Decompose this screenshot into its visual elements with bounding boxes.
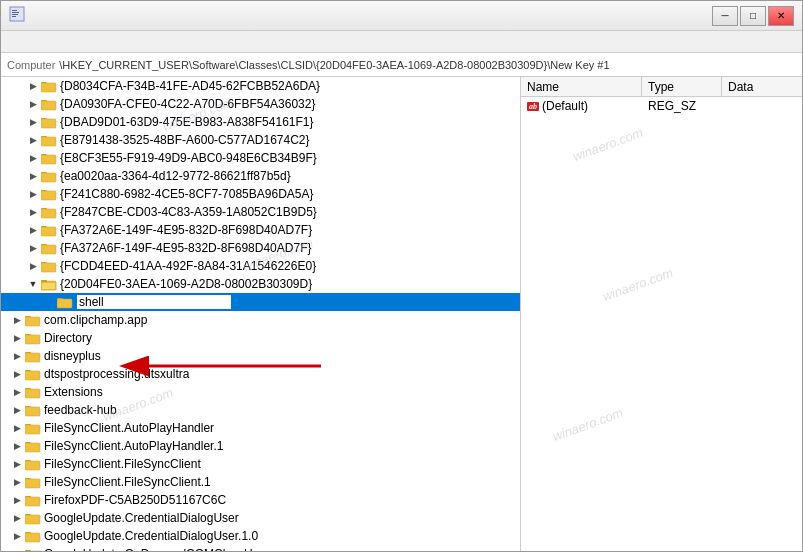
folder-icon bbox=[41, 169, 57, 183]
tree-item[interactable]: ▶ dtspostprocessing.dtsxultra bbox=[1, 365, 520, 383]
tree-label: {F2847CBE-CD03-4C83-A359-1A8052C1B9D5} bbox=[60, 205, 317, 219]
svg-rect-46 bbox=[25, 425, 40, 434]
tree-item[interactable]: ▶ {FA372A6E-149F-4E95-832D-8F698D40AD7F} bbox=[1, 221, 520, 239]
svg-rect-40 bbox=[25, 371, 40, 380]
tree-item[interactable]: ▶ {ea0020aa-3364-4d12-9772-86621ff87b5d} bbox=[1, 167, 520, 185]
tree-item[interactable]: ▶ {F241C880-6982-4CE5-8CF7-7085BA96DA5A} bbox=[1, 185, 520, 203]
expand-icon[interactable]: ▶ bbox=[9, 456, 25, 472]
expand-icon[interactable]: ▶ bbox=[25, 222, 41, 238]
tree-item[interactable]: ▶ GoogleUpdate.CredentialDialogUser bbox=[1, 509, 520, 527]
folder-icon bbox=[25, 331, 41, 345]
tree-label: Directory bbox=[44, 331, 92, 345]
value-type-icon: ab bbox=[527, 102, 539, 111]
tree-label: {DA0930FA-CFE0-4C22-A70D-6FBF54A36032} bbox=[60, 97, 315, 111]
expand-icon[interactable]: ▶ bbox=[9, 330, 25, 346]
folder-icon bbox=[25, 511, 41, 525]
expand-icon[interactable]: ▶ bbox=[25, 240, 41, 256]
svg-rect-18 bbox=[41, 191, 56, 200]
svg-rect-16 bbox=[41, 173, 56, 182]
tree-item[interactable]: ▶ {DBAD9D01-63D9-475E-B983-A838F54161F1} bbox=[1, 113, 520, 131]
menu-view[interactable] bbox=[41, 40, 57, 44]
tree-item[interactable]: ▶ {F2847CBE-CD03-4C83-A359-1A8052C1B9D5} bbox=[1, 203, 520, 221]
folder-icon bbox=[25, 403, 41, 417]
svg-rect-56 bbox=[25, 515, 40, 524]
folder-icon bbox=[25, 349, 41, 363]
expand-icon[interactable]: ▶ bbox=[9, 510, 25, 526]
expand-icon[interactable]: ▶ bbox=[9, 492, 25, 508]
expand-icon[interactable]: ▶ bbox=[9, 474, 25, 490]
expand-icon[interactable]: ▶ bbox=[9, 438, 25, 454]
menu-favorites[interactable] bbox=[59, 40, 75, 44]
expand-icon[interactable]: ▶ bbox=[25, 78, 41, 94]
expand-icon[interactable]: ▶ bbox=[9, 420, 25, 436]
menu-edit[interactable] bbox=[23, 40, 39, 44]
tree-item[interactable]: ▶ FileSyncClient.FileSyncClient bbox=[1, 455, 520, 473]
tree-item[interactable]: ▶ com.clipchamp.app bbox=[1, 311, 520, 329]
expand-icon[interactable]: ▶ bbox=[9, 384, 25, 400]
expand-icon[interactable]: ▶ bbox=[9, 546, 25, 551]
svg-rect-26 bbox=[41, 263, 56, 272]
svg-rect-3 bbox=[12, 14, 18, 15]
tree-item[interactable]: ▶ FileSyncClient.FileSyncClient.1 bbox=[1, 473, 520, 491]
folder-icon bbox=[41, 277, 57, 291]
expand-icon[interactable]: ▼ bbox=[25, 276, 41, 292]
tree-item[interactable]: ▶ Directory bbox=[1, 329, 520, 347]
tree-label: feedback-hub bbox=[44, 403, 117, 417]
minimize-button[interactable]: ─ bbox=[712, 6, 738, 26]
expand-icon[interactable]: ▶ bbox=[25, 258, 41, 274]
maximize-button[interactable]: □ bbox=[740, 6, 766, 26]
rename-input[interactable] bbox=[76, 294, 232, 310]
expand-icon[interactable]: ▶ bbox=[9, 348, 25, 364]
expand-icon[interactable]: ▶ bbox=[25, 96, 41, 112]
svg-rect-2 bbox=[12, 12, 19, 13]
expand-icon[interactable]: ▶ bbox=[9, 366, 25, 382]
tree-item[interactable]: ▶ FileSyncClient.AutoPlayHandler.1 bbox=[1, 437, 520, 455]
tree-item[interactable]: ▶ {FCDD4EED-41AA-492F-8A84-31A1546226E0} bbox=[1, 257, 520, 275]
tree-label: {E8791438-3525-48BF-A600-C577AD1674C2} bbox=[60, 133, 310, 147]
expand-icon[interactable]: ▶ bbox=[25, 150, 41, 166]
tree-item[interactable]: ▶ {D8034CFA-F34B-41FE-AD45-62FCBB52A6DA} bbox=[1, 77, 520, 95]
tree-item[interactable]: ▶ {E8791438-3525-48BF-A600-C577AD1674C2} bbox=[1, 131, 520, 149]
tree-item[interactable]: ▶ {FA372A6F-149F-4E95-832D-8F698D40AD7F} bbox=[1, 239, 520, 257]
expand-icon[interactable]: ▶ bbox=[25, 132, 41, 148]
tree-item[interactable]: ▶ GoogleUpdate.OnDemandCOMClassUser bbox=[1, 545, 520, 551]
tree-item[interactable]: ▶ Extensions bbox=[1, 383, 520, 401]
tree-item[interactable]: ▶ feedback-hub bbox=[1, 401, 520, 419]
folder-icon bbox=[25, 421, 41, 435]
col-data: Data bbox=[722, 77, 802, 96]
svg-rect-1 bbox=[12, 10, 17, 11]
expand-spacer bbox=[41, 294, 57, 310]
tree-item[interactable]: ▶ {DA0930FA-CFE0-4C22-A70D-6FBF54A36032} bbox=[1, 95, 520, 113]
window-icon bbox=[9, 6, 25, 25]
tree-item[interactable] bbox=[1, 293, 520, 311]
close-button[interactable]: ✕ bbox=[768, 6, 794, 26]
expand-icon[interactable]: ▶ bbox=[25, 204, 41, 220]
menu-help[interactable] bbox=[77, 40, 93, 44]
tree-item[interactable]: ▶ {E8CF3E55-F919-49D9-ABC0-948E6CB34B9F} bbox=[1, 149, 520, 167]
expand-icon[interactable]: ▶ bbox=[25, 114, 41, 130]
registry-value-row[interactable]: ab (Default) REG_SZ bbox=[521, 97, 802, 115]
col-type: Type bbox=[642, 77, 722, 96]
menu-file[interactable] bbox=[5, 40, 21, 44]
svg-rect-54 bbox=[25, 497, 40, 506]
folder-icon bbox=[41, 79, 57, 93]
right-pane[interactable]: winaero.com winaero.com winaero.com Name… bbox=[521, 77, 802, 551]
svg-rect-52 bbox=[25, 479, 40, 488]
tree-label: {FA372A6F-149F-4E95-832D-8F698D40AD7F} bbox=[60, 241, 311, 255]
tree-item[interactable]: ▶ FileSyncClient.AutoPlayHandler bbox=[1, 419, 520, 437]
tree-item[interactable]: ▶ FirefoxPDF-C5AB250D51167C6C bbox=[1, 491, 520, 509]
expand-icon[interactable]: ▶ bbox=[9, 528, 25, 544]
svg-rect-12 bbox=[41, 137, 56, 146]
tree-item[interactable]: ▼ {20D04FE0-3AEA-1069-A2D8-08002B30309D} bbox=[1, 275, 520, 293]
expand-icon[interactable]: ▶ bbox=[9, 402, 25, 418]
left-pane[interactable]: winaero.com winaero.com winaero.com ▶ {D… bbox=[1, 77, 521, 551]
main-content: winaero.com winaero.com winaero.com ▶ {D… bbox=[1, 77, 802, 551]
tree-label: FileSyncClient.AutoPlayHandler bbox=[44, 421, 214, 435]
expand-icon[interactable]: ▶ bbox=[9, 312, 25, 328]
tree-label: GoogleUpdate.OnDemandCOMClassUser bbox=[44, 547, 269, 551]
expand-icon[interactable]: ▶ bbox=[25, 168, 41, 184]
address-bar: Computer \HKEY_CURRENT_USER\Software\Cla… bbox=[1, 53, 802, 77]
expand-icon[interactable]: ▶ bbox=[25, 186, 41, 202]
tree-item[interactable]: ▶ disneyplus bbox=[1, 347, 520, 365]
tree-item[interactable]: ▶ GoogleUpdate.CredentialDialogUser.1.0 bbox=[1, 527, 520, 545]
